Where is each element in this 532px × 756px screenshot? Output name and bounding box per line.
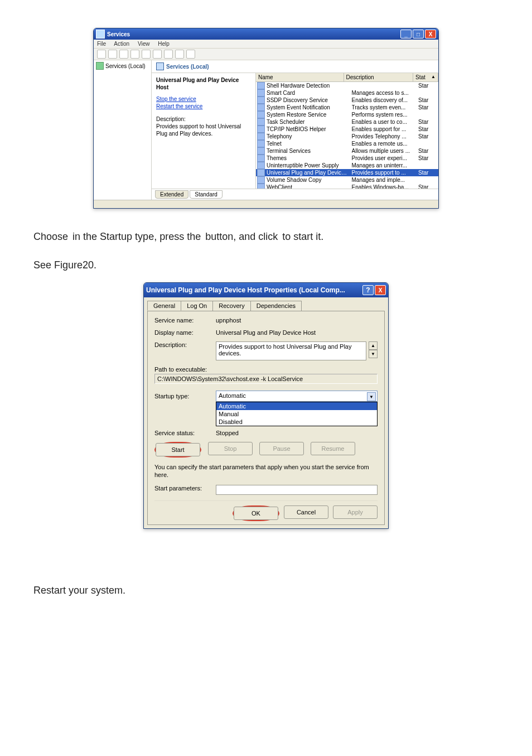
- list-item[interactable]: Smart CardManages access to s...: [256, 89, 438, 97]
- menu-view[interactable]: View: [138, 41, 150, 47]
- display-name-label: Display name:: [154, 329, 216, 336]
- cancel-button[interactable]: Cancel: [284, 505, 328, 519]
- description-box[interactable]: [216, 341, 366, 360]
- menu-help[interactable]: Help: [158, 41, 170, 47]
- instruction-line-3: Restart your system.: [33, 585, 499, 596]
- chevron-down-icon[interactable]: ▼: [367, 392, 376, 401]
- row-desc: Manages an uninterr...: [352, 162, 419, 169]
- close-button[interactable]: X: [375, 285, 386, 295]
- option-automatic[interactable]: Automatic: [216, 402, 377, 410]
- text: in the Startup type, press the: [72, 231, 201, 243]
- desc-label: Description:: [156, 115, 251, 123]
- list-item[interactable]: Volume Shadow CopyManages and imple...: [256, 176, 438, 184]
- list-item[interactable]: TCP/IP NetBIOS HelperEnables support for…: [256, 126, 438, 133]
- list-header: Name Description Stat ▲: [256, 73, 438, 82]
- instruction-line-2: See Figure20.: [33, 259, 499, 271]
- toolbar: [94, 48, 438, 60]
- scroll-up-icon[interactable]: ▲: [369, 341, 378, 350]
- row-desc: Enables support for ...: [352, 126, 419, 133]
- tab-dependencies[interactable]: Dependencies: [250, 301, 302, 311]
- tree-root[interactable]: Services (Local): [96, 61, 149, 70]
- col-name[interactable]: Name: [256, 73, 344, 81]
- row-status: Star: [418, 184, 438, 189]
- apply-button[interactable]: Apply: [333, 505, 378, 519]
- list-item[interactable]: Terminal ServicesAllows multiple users .…: [256, 147, 438, 155]
- view-tabs: Extended Standard: [152, 189, 438, 200]
- gear-icon: [257, 147, 265, 155]
- tab-recovery[interactable]: Recovery: [212, 301, 250, 311]
- tab-extended[interactable]: Extended: [155, 190, 188, 199]
- list-item[interactable]: Shell Hardware DetectionStar: [256, 82, 438, 89]
- tabstrip: General Log On Recovery Dependencies: [144, 297, 388, 311]
- list-item[interactable]: SSDP Discovery ServiceEnables discovery …: [256, 97, 438, 104]
- toolbar-forward-icon[interactable]: [108, 50, 117, 59]
- row-name: System Event Notification: [267, 104, 352, 111]
- list-item[interactable]: TelnetEnables a remote us...: [256, 140, 438, 147]
- col-description[interactable]: Description: [344, 73, 414, 81]
- row-name: Telephony: [267, 133, 352, 140]
- tab-logon[interactable]: Log On: [181, 301, 213, 311]
- maximize-button[interactable]: □: [413, 30, 424, 38]
- general-panel: Service name: upnphost Display name: Uni…: [147, 311, 385, 525]
- minimize-button[interactable]: _: [400, 30, 412, 38]
- stop-button[interactable]: Stop: [208, 442, 253, 455]
- list-item[interactable]: Task SchedulerEnables a user to co...Sta…: [256, 118, 438, 126]
- help-button[interactable]: ?: [362, 285, 374, 295]
- restart-service-link[interactable]: Restart the service: [156, 103, 202, 109]
- list-item[interactable]: Universal Plug and Play Device HostProvi…: [256, 169, 438, 176]
- row-name: System Restore Service: [267, 111, 352, 118]
- row-desc: Enables discovery of...: [352, 97, 419, 104]
- row-name: TCP/IP NetBIOS Helper: [267, 126, 352, 133]
- list-item[interactable]: Uninterruptible Power SupplyManages an u…: [256, 162, 438, 169]
- option-manual[interactable]: Manual: [216, 410, 377, 418]
- row-desc: Manages and imple...: [352, 176, 419, 184]
- row-status: Star: [418, 133, 438, 140]
- col-status[interactable]: Stat: [415, 74, 425, 80]
- list-item[interactable]: TelephonyProvides Telephony ...Star: [256, 133, 438, 140]
- menu-action[interactable]: Action: [114, 41, 129, 47]
- resume-button[interactable]: Resume: [311, 442, 355, 455]
- toolbar-export-icon[interactable]: [130, 50, 139, 59]
- gear-icon: [257, 104, 265, 111]
- path-value[interactable]: [154, 374, 378, 384]
- tab-general[interactable]: General: [147, 301, 181, 311]
- start-params-input[interactable]: [216, 485, 378, 495]
- menu-file[interactable]: File: [97, 41, 106, 47]
- toolbar-refresh-icon[interactable]: [142, 50, 151, 59]
- service-title: Universal Plug and Play Device Host: [156, 76, 251, 91]
- instruction-line-1: Choose in the Startup type, press the bu…: [33, 231, 499, 243]
- tree-root-label: Services (Local): [105, 63, 146, 69]
- pause-button[interactable]: Pause: [259, 442, 304, 455]
- list-item[interactable]: ThemesProvides user experi...Star: [256, 155, 438, 162]
- row-desc: Tracks system even...: [352, 104, 419, 111]
- scroll-down-icon[interactable]: ▼: [369, 350, 378, 358]
- option-disabled[interactable]: Disabled: [216, 418, 377, 426]
- list-item[interactable]: WebClientEnables Windows-ba...Star: [256, 184, 438, 189]
- list-item[interactable]: System Event NotificationTracks system e…: [256, 104, 438, 111]
- service-status-label: Service status:: [154, 430, 216, 436]
- service-detail: Universal Plug and Play Device Host Stop…: [152, 73, 255, 189]
- tab-standard[interactable]: Standard: [190, 190, 223, 199]
- row-name: Terminal Services: [267, 147, 352, 155]
- ok-button[interactable]: OK: [234, 507, 278, 520]
- stop-service-link[interactable]: Stop the service: [156, 96, 196, 102]
- toolbar-play-icon[interactable]: [153, 50, 162, 59]
- toolbar-prop-icon[interactable]: [119, 50, 128, 59]
- close-button[interactable]: X: [425, 30, 436, 38]
- menubar: File Action View Help: [94, 40, 438, 48]
- toolbar-back-icon[interactable]: [97, 50, 106, 59]
- row-name: WebClient: [267, 184, 352, 189]
- row-desc: Manages access to s...: [352, 89, 419, 97]
- text: button, and click: [205, 231, 278, 243]
- description-label: Description:: [154, 341, 216, 348]
- startup-type-select[interactable]: Automatic ▼ Automatic Manual Disabled: [216, 391, 378, 402]
- row-status: Star: [418, 155, 438, 162]
- toolbar-pause-icon[interactable]: [175, 50, 184, 59]
- start-button[interactable]: Start: [156, 443, 200, 456]
- toolbar-restart-icon[interactable]: [186, 50, 195, 59]
- row-name: Volume Shadow Copy: [267, 176, 352, 184]
- scroll-up-icon[interactable]: ▲: [431, 74, 436, 80]
- startup-type-dropdown: Automatic Manual Disabled: [216, 402, 378, 426]
- list-item[interactable]: System Restore ServicePerforms system re…: [256, 111, 438, 118]
- toolbar-stop-icon[interactable]: [164, 50, 173, 59]
